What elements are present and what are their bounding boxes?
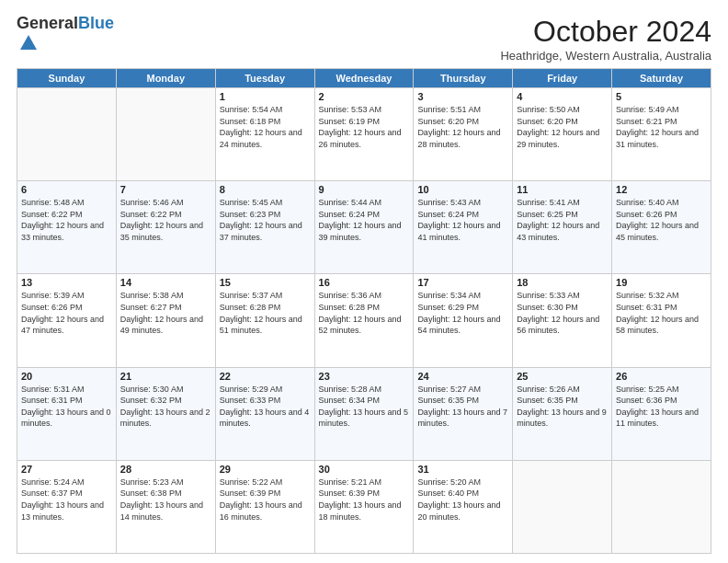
calendar-table: Sunday Monday Tuesday Wednesday Thursday…: [17, 68, 711, 554]
day-number: 1: [220, 91, 311, 102]
day-number: 30: [319, 464, 410, 475]
day-number: 26: [616, 371, 707, 382]
calendar-cell: 25Sunrise: 5:26 AM Sunset: 6:35 PM Dayli…: [513, 367, 612, 460]
day-number: 25: [517, 371, 608, 382]
logo-icon: [18, 33, 39, 53]
day-number: 2: [319, 91, 410, 102]
calendar-cell: 20Sunrise: 5:31 AM Sunset: 6:31 PM Dayli…: [17, 367, 117, 460]
day-number: 9: [319, 184, 410, 195]
logo-blue: Blue: [78, 14, 114, 32]
calendar-cell: [513, 460, 612, 553]
day-number: 19: [616, 277, 707, 288]
day-info: Sunrise: 5:45 AM Sunset: 6:23 PM Dayligh…: [220, 197, 311, 243]
calendar-cell: [116, 88, 215, 181]
day-number: 7: [120, 184, 211, 195]
calendar-cell: 15Sunrise: 5:37 AM Sunset: 6:28 PM Dayli…: [215, 274, 314, 367]
day-info: Sunrise: 5:48 AM Sunset: 6:22 PM Dayligh…: [21, 197, 112, 243]
col-sunday: Sunday: [17, 69, 117, 88]
day-info: Sunrise: 5:23 AM Sunset: 6:38 PM Dayligh…: [120, 477, 211, 523]
day-number: 31: [417, 464, 508, 475]
day-number: 17: [417, 277, 508, 288]
day-number: 22: [220, 371, 311, 382]
day-info: Sunrise: 5:43 AM Sunset: 6:24 PM Dayligh…: [417, 197, 508, 243]
logo: GeneralBlue: [17, 15, 114, 57]
calendar-cell: 14Sunrise: 5:38 AM Sunset: 6:27 PM Dayli…: [116, 274, 215, 367]
col-saturday: Saturday: [612, 69, 711, 88]
day-info: Sunrise: 5:34 AM Sunset: 6:29 PM Dayligh…: [417, 290, 508, 336]
calendar-cell: 16Sunrise: 5:36 AM Sunset: 6:28 PM Dayli…: [314, 274, 414, 367]
col-thursday: Thursday: [414, 69, 513, 88]
calendar-cell: 13Sunrise: 5:39 AM Sunset: 6:26 PM Dayli…: [17, 274, 117, 367]
col-wednesday: Wednesday: [314, 69, 414, 88]
day-number: 12: [616, 184, 707, 195]
location-subtitle: Heathridge, Western Australia, Australia: [500, 49, 711, 63]
day-info: Sunrise: 5:41 AM Sunset: 6:25 PM Dayligh…: [517, 197, 608, 243]
calendar-page: GeneralBlue October 2024 Heathridge, Wes…: [0, 0, 728, 563]
day-info: Sunrise: 5:51 AM Sunset: 6:20 PM Dayligh…: [417, 104, 508, 150]
calendar-cell: 27Sunrise: 5:24 AM Sunset: 6:37 PM Dayli…: [17, 460, 117, 553]
calendar-cell: 5Sunrise: 5:49 AM Sunset: 6:21 PM Daylig…: [612, 88, 711, 181]
day-number: 20: [21, 371, 112, 382]
day-info: Sunrise: 5:21 AM Sunset: 6:39 PM Dayligh…: [319, 477, 410, 523]
day-number: 11: [517, 184, 608, 195]
day-number: 16: [319, 277, 410, 288]
day-info: Sunrise: 5:22 AM Sunset: 6:39 PM Dayligh…: [220, 477, 311, 523]
col-tuesday: Tuesday: [215, 69, 314, 88]
day-number: 6: [21, 184, 112, 195]
month-title: October 2024: [500, 15, 711, 49]
day-info: Sunrise: 5:32 AM Sunset: 6:31 PM Dayligh…: [616, 290, 707, 336]
col-monday: Monday: [116, 69, 215, 88]
calendar-cell: 9Sunrise: 5:44 AM Sunset: 6:24 PM Daylig…: [314, 181, 414, 274]
page-header: GeneralBlue October 2024 Heathridge, Wes…: [17, 15, 711, 63]
day-number: 5: [616, 91, 707, 102]
calendar-cell: 24Sunrise: 5:27 AM Sunset: 6:35 PM Dayli…: [414, 367, 513, 460]
day-number: 27: [21, 464, 112, 475]
calendar-cell: 26Sunrise: 5:25 AM Sunset: 6:36 PM Dayli…: [612, 367, 711, 460]
title-block: October 2024 Heathridge, Western Austral…: [500, 15, 711, 63]
calendar-cell: 29Sunrise: 5:22 AM Sunset: 6:39 PM Dayli…: [215, 460, 314, 553]
day-info: Sunrise: 5:50 AM Sunset: 6:20 PM Dayligh…: [517, 104, 608, 150]
day-info: Sunrise: 5:36 AM Sunset: 6:28 PM Dayligh…: [319, 290, 410, 336]
calendar-cell: 23Sunrise: 5:28 AM Sunset: 6:34 PM Dayli…: [314, 367, 414, 460]
day-info: Sunrise: 5:27 AM Sunset: 6:35 PM Dayligh…: [417, 384, 508, 430]
day-info: Sunrise: 5:44 AM Sunset: 6:24 PM Dayligh…: [319, 197, 410, 243]
day-number: 28: [120, 464, 211, 475]
calendar-cell: [612, 460, 711, 553]
day-info: Sunrise: 5:30 AM Sunset: 6:32 PM Dayligh…: [120, 384, 211, 430]
calendar-cell: 6Sunrise: 5:48 AM Sunset: 6:22 PM Daylig…: [17, 181, 117, 274]
calendar-cell: 7Sunrise: 5:46 AM Sunset: 6:22 PM Daylig…: [116, 181, 215, 274]
day-number: 29: [220, 464, 311, 475]
day-info: Sunrise: 5:26 AM Sunset: 6:35 PM Dayligh…: [517, 384, 608, 430]
calendar-cell: 21Sunrise: 5:30 AM Sunset: 6:32 PM Dayli…: [116, 367, 215, 460]
day-info: Sunrise: 5:37 AM Sunset: 6:28 PM Dayligh…: [220, 290, 311, 336]
calendar-cell: [17, 88, 117, 181]
day-info: Sunrise: 5:49 AM Sunset: 6:21 PM Dayligh…: [616, 104, 707, 150]
calendar-cell: 28Sunrise: 5:23 AM Sunset: 6:38 PM Dayli…: [116, 460, 215, 553]
calendar-cell: 1Sunrise: 5:54 AM Sunset: 6:18 PM Daylig…: [215, 88, 314, 181]
calendar-cell: 17Sunrise: 5:34 AM Sunset: 6:29 PM Dayli…: [414, 274, 513, 367]
day-info: Sunrise: 5:20 AM Sunset: 6:40 PM Dayligh…: [417, 477, 508, 523]
day-info: Sunrise: 5:33 AM Sunset: 6:30 PM Dayligh…: [517, 290, 608, 336]
day-info: Sunrise: 5:54 AM Sunset: 6:18 PM Dayligh…: [220, 104, 311, 150]
day-info: Sunrise: 5:39 AM Sunset: 6:26 PM Dayligh…: [21, 290, 112, 336]
calendar-cell: 8Sunrise: 5:45 AM Sunset: 6:23 PM Daylig…: [215, 181, 314, 274]
calendar-cell: 12Sunrise: 5:40 AM Sunset: 6:26 PM Dayli…: [612, 181, 711, 274]
calendar-cell: 18Sunrise: 5:33 AM Sunset: 6:30 PM Dayli…: [513, 274, 612, 367]
day-info: Sunrise: 5:29 AM Sunset: 6:33 PM Dayligh…: [220, 384, 311, 430]
calendar-cell: 19Sunrise: 5:32 AM Sunset: 6:31 PM Dayli…: [612, 274, 711, 367]
day-info: Sunrise: 5:31 AM Sunset: 6:31 PM Dayligh…: [21, 384, 112, 430]
day-info: Sunrise: 5:40 AM Sunset: 6:26 PM Dayligh…: [616, 197, 707, 243]
day-number: 3: [417, 91, 508, 102]
day-info: Sunrise: 5:28 AM Sunset: 6:34 PM Dayligh…: [319, 384, 410, 430]
day-number: 15: [220, 277, 311, 288]
calendar-cell: 3Sunrise: 5:51 AM Sunset: 6:20 PM Daylig…: [414, 88, 513, 181]
day-number: 10: [417, 184, 508, 195]
calendar-cell: 30Sunrise: 5:21 AM Sunset: 6:39 PM Dayli…: [314, 460, 414, 553]
day-info: Sunrise: 5:38 AM Sunset: 6:27 PM Dayligh…: [120, 290, 211, 336]
day-number: 23: [319, 371, 410, 382]
day-number: 21: [120, 371, 211, 382]
day-info: Sunrise: 5:46 AM Sunset: 6:22 PM Dayligh…: [120, 197, 211, 243]
day-number: 14: [120, 277, 211, 288]
day-info: Sunrise: 5:53 AM Sunset: 6:19 PM Dayligh…: [319, 104, 410, 150]
day-info: Sunrise: 5:25 AM Sunset: 6:36 PM Dayligh…: [616, 384, 707, 430]
